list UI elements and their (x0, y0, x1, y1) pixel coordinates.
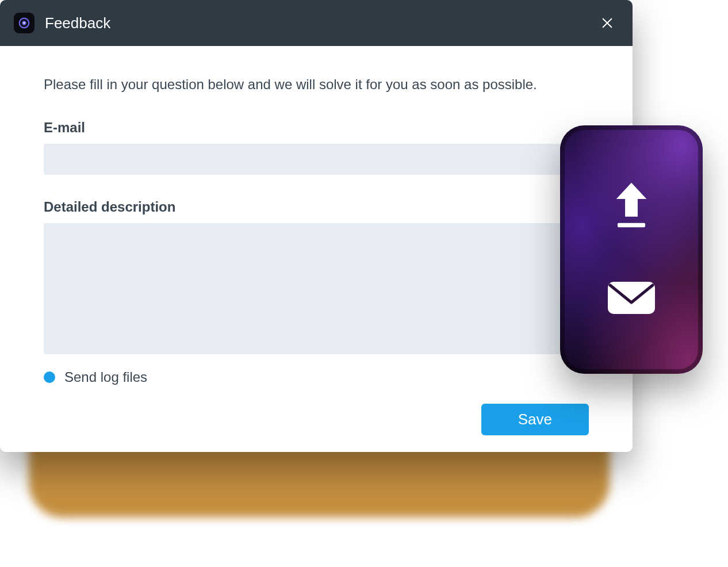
titlebar-left-group: Feedback (14, 13, 110, 33)
svg-point-2 (24, 22, 25, 24)
send-logs-label: Send log files (64, 369, 147, 385)
send-logs-row[interactable]: Send log files (44, 369, 589, 385)
intro-text: Please fill in your question below and w… (44, 75, 589, 94)
button-row: Save (44, 404, 589, 435)
email-label: E-mail (44, 120, 589, 136)
email-field[interactable] (44, 144, 589, 175)
window-title: Feedback (45, 14, 110, 32)
description-label: Detailed description (44, 199, 589, 215)
mail-button[interactable] (607, 278, 656, 320)
side-action-card (560, 125, 703, 374)
checkbox-dot-icon (44, 371, 55, 383)
svg-rect-5 (618, 223, 645, 227)
close-icon (601, 17, 614, 29)
mail-icon (607, 278, 656, 318)
app-target-icon (14, 13, 35, 33)
form-content: Please fill in your question below and w… (0, 46, 633, 452)
upload-button[interactable] (611, 179, 652, 233)
titlebar: Feedback (0, 0, 633, 46)
close-button[interactable] (596, 12, 619, 35)
upload-icon (611, 179, 652, 231)
save-button[interactable]: Save (481, 404, 589, 435)
feedback-window: Feedback Please fill in your question be… (0, 0, 633, 452)
description-field[interactable] (44, 223, 589, 354)
svg-rect-6 (608, 282, 655, 314)
